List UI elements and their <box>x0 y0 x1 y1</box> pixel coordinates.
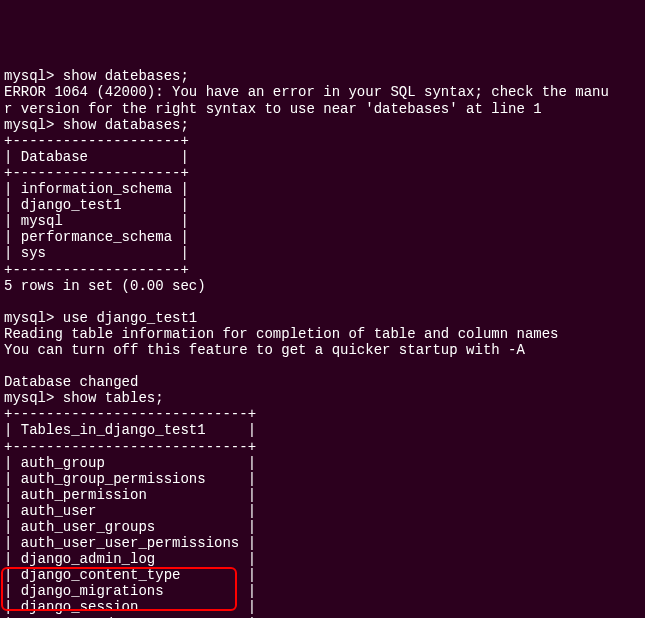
terminal-line: mysql> show datebases; <box>4 68 641 84</box>
terminal-line: | django_admin_log | <box>4 551 641 567</box>
terminal-line: +----------------------------+ <box>4 439 641 455</box>
terminal-line: mysql> show tables; <box>4 390 641 406</box>
terminal-line: | auth_permission | <box>4 487 641 503</box>
terminal-line: | Tables_in_django_test1 | <box>4 422 641 438</box>
terminal-line: | information_schema | <box>4 181 641 197</box>
terminal-line: | auth_user | <box>4 503 641 519</box>
terminal-line: | django_migrations | <box>4 583 641 599</box>
terminal-line: Database changed <box>4 374 641 390</box>
terminal-line: +--------------------+ <box>4 262 641 278</box>
terminal-line: +--------------------+ <box>4 133 641 149</box>
terminal-line <box>4 294 641 310</box>
terminal-line: Reading table information for completion… <box>4 326 641 342</box>
terminal-line: mysql> show databases; <box>4 117 641 133</box>
terminal-line: | django_content_type | <box>4 567 641 583</box>
terminal-line: | sys | <box>4 245 641 261</box>
terminal-line: | django_test1 | <box>4 197 641 213</box>
terminal-line: r version for the right syntax to use ne… <box>4 101 641 117</box>
terminal-line: | auth_user_user_permissions | <box>4 535 641 551</box>
terminal-line: | auth_group | <box>4 455 641 471</box>
terminal-line: +--------------------+ <box>4 165 641 181</box>
terminal-line: +----------------------------+ <box>4 406 641 422</box>
terminal-line: | mysql | <box>4 213 641 229</box>
terminal-line: | performance_schema | <box>4 229 641 245</box>
terminal-line: | django_session | <box>4 599 641 615</box>
terminal-output: mysql> show datebases;ERROR 1064 (42000)… <box>4 68 641 618</box>
terminal-line: | auth_user_groups | <box>4 519 641 535</box>
terminal-line: mysql> use django_test1 <box>4 310 641 326</box>
terminal-line: | auth_group_permissions | <box>4 471 641 487</box>
terminal-line <box>4 358 641 374</box>
terminal-line: You can turn off this feature to get a q… <box>4 342 641 358</box>
terminal-line: ERROR 1064 (42000): You have an error in… <box>4 84 641 100</box>
terminal-line: 5 rows in set (0.00 sec) <box>4 278 641 294</box>
terminal-line: | Database | <box>4 149 641 165</box>
